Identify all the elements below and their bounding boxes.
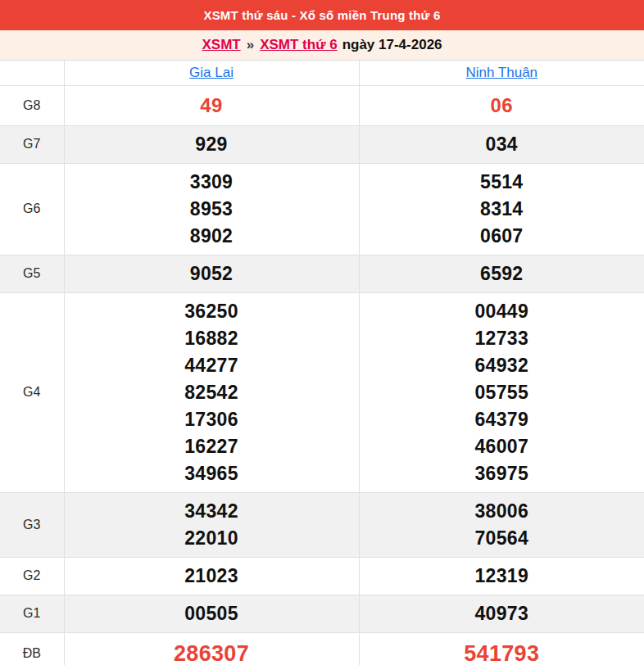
prize-numbers-cell: 12319 xyxy=(359,557,644,595)
prize-number: 286307 xyxy=(65,638,359,665)
prize-number: 46007 xyxy=(360,433,644,460)
province-link-gia-lai[interactable]: Gia Lai xyxy=(189,65,234,80)
prize-number: 00505 xyxy=(65,600,359,627)
breadcrumb: XSMT » XSMT thứ 6 ngày 17-4-2026 xyxy=(0,30,644,61)
prize-number: 3309 xyxy=(65,169,359,196)
prize-number: 36250 xyxy=(65,298,359,325)
breadcrumb-date: ngày 17-4-2026 xyxy=(342,37,442,53)
page-header: XSMT thứ sáu - Xổ số miền Trung thứ 6 xyxy=(0,0,644,30)
prize-numbers-cell: 9052 xyxy=(64,255,359,292)
prize-label: G6 xyxy=(0,163,64,255)
prize-numbers-cell: 00449127336493205755643794600736975 xyxy=(359,292,644,492)
prize-number: 64932 xyxy=(360,352,644,379)
prize-numbers-cell: 330989538902 xyxy=(64,163,359,255)
prize-row-g6: G6330989538902551483140607 xyxy=(0,163,644,255)
prize-number: 06 xyxy=(360,91,644,120)
prize-number: 16227 xyxy=(65,433,359,460)
prize-numbers-cell: 36250168824427782542173061622734965 xyxy=(64,292,359,492)
prize-number: 21023 xyxy=(65,563,359,590)
prize-number: 8314 xyxy=(360,196,644,223)
prize-label: G1 xyxy=(0,595,64,632)
prize-number: 70564 xyxy=(360,525,644,552)
prize-numbers-cell: 6592 xyxy=(359,255,644,292)
prize-row-g2: G22102312319 xyxy=(0,557,644,595)
province-header-cell: Gia Lai xyxy=(64,61,359,85)
prize-number: 8953 xyxy=(65,196,359,223)
prize-row-g4: G436250168824427782542173061622734965004… xyxy=(0,292,644,492)
prize-number: 64379 xyxy=(360,406,644,433)
prize-label: G3 xyxy=(0,492,64,557)
prize-number: 38006 xyxy=(360,498,644,525)
prize-row-đb: ĐB286307541793 xyxy=(0,632,644,665)
province-header-row: Gia Lai Ninh Thuận xyxy=(0,61,644,85)
breadcrumb-link-xsmt-thu-6[interactable]: XSMT thứ 6 xyxy=(260,37,337,53)
prize-number: 82542 xyxy=(65,379,359,406)
prize-number: 44277 xyxy=(65,352,359,379)
prize-number: 36975 xyxy=(360,460,644,487)
prize-row-g8: G84906 xyxy=(0,85,644,125)
prize-numbers-cell: 21023 xyxy=(64,557,359,595)
prize-label: ĐB xyxy=(0,632,64,665)
prize-numbers-cell: 00505 xyxy=(64,595,359,632)
page-title: XSMT thứ sáu - Xổ số miền Trung thứ 6 xyxy=(203,8,440,22)
prize-numbers-cell: 06 xyxy=(359,85,644,125)
prize-number: 12733 xyxy=(360,325,644,352)
lottery-results-table: Gia Lai Ninh Thuận G84906G7929034G633098… xyxy=(0,61,644,665)
prize-row-g7: G7929034 xyxy=(0,125,644,163)
breadcrumb-separator: » xyxy=(247,37,254,53)
prize-number: 00449 xyxy=(360,298,644,325)
prize-number: 034 xyxy=(360,131,644,158)
results-table-body: Gia Lai Ninh Thuận G84906G7929034G633098… xyxy=(0,61,644,665)
province-header-cell: Ninh Thuận xyxy=(359,61,644,85)
prize-number: 929 xyxy=(65,131,359,158)
prize-number: 49 xyxy=(65,91,359,120)
prize-numbers-cell: 3434222010 xyxy=(64,492,359,557)
prize-row-g3: G334342220103800670564 xyxy=(0,492,644,557)
prize-label-header-cell xyxy=(0,61,64,85)
prize-number: 17306 xyxy=(65,406,359,433)
prize-numbers-cell: 034 xyxy=(359,125,644,163)
prize-number: 8902 xyxy=(65,223,359,250)
prize-numbers-cell: 3800670564 xyxy=(359,492,644,557)
prize-number: 34342 xyxy=(65,498,359,525)
prize-label: G7 xyxy=(0,125,64,163)
breadcrumb-link-xsmt[interactable]: XSMT xyxy=(202,37,240,53)
prize-numbers-cell: 929 xyxy=(64,125,359,163)
prize-numbers-cell: 286307 xyxy=(64,632,359,665)
prize-label: G8 xyxy=(0,85,64,125)
prize-label: G5 xyxy=(0,255,64,292)
prize-number: 16882 xyxy=(65,325,359,352)
prize-number: 22010 xyxy=(65,525,359,552)
prize-number: 12319 xyxy=(360,563,644,590)
prize-row-g1: G10050540973 xyxy=(0,595,644,632)
prize-number: 541793 xyxy=(360,638,644,665)
prize-number: 5514 xyxy=(360,169,644,196)
prize-numbers-cell: 49 xyxy=(64,85,359,125)
prize-label: G2 xyxy=(0,557,64,595)
prize-number: 9052 xyxy=(65,260,359,287)
prize-number: 05755 xyxy=(360,379,644,406)
prize-numbers-cell: 551483140607 xyxy=(359,163,644,255)
prize-numbers-cell: 40973 xyxy=(359,595,644,632)
prize-label: G4 xyxy=(0,292,64,492)
province-link-ninh-thuan[interactable]: Ninh Thuận xyxy=(465,65,537,80)
prize-number: 6592 xyxy=(360,260,644,287)
prize-number: 40973 xyxy=(360,600,644,627)
prize-number: 0607 xyxy=(360,223,644,250)
prize-number: 34965 xyxy=(65,460,359,487)
prize-row-g5: G590526592 xyxy=(0,255,644,292)
prize-numbers-cell: 541793 xyxy=(359,632,644,665)
